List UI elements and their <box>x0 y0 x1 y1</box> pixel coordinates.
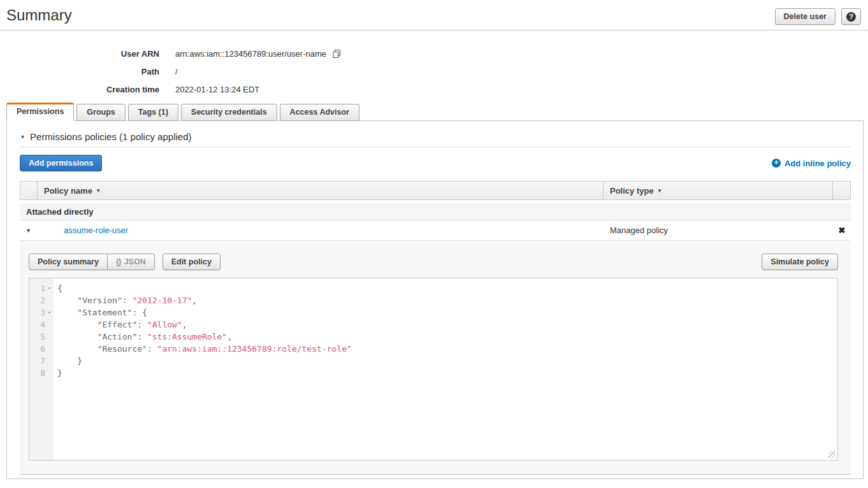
page-header: Summary Delete user ? <box>0 0 868 31</box>
json-editor-gutter: 1▾23▾45678 <box>29 278 54 460</box>
fold-spacer <box>45 343 54 355</box>
policy-table-header: Policy name ▾ Policy type ▾ <box>20 181 851 200</box>
code-line: "Effect": "Allow", <box>57 319 837 331</box>
help-button[interactable]: ? <box>841 8 861 25</box>
tab-access-advisor[interactable]: Access Advisor <box>280 104 359 121</box>
creation-time-label: Creation time <box>6 85 159 94</box>
json-editor-code[interactable]: { "Version": "2012-10-17", "Statement": … <box>54 278 837 460</box>
policy-type-column-header[interactable]: Policy type ▾ <box>603 182 832 199</box>
fold-spacer <box>45 294 54 306</box>
tab-groups[interactable]: Groups <box>76 104 125 121</box>
actions-column-header <box>832 182 850 199</box>
tab-bar: Permissions Groups Tags (1) Security cre… <box>6 104 868 121</box>
edit-policy-button[interactable]: Edit policy <box>163 254 221 270</box>
section-heading: Permissions policies (1 policy applied) <box>30 131 191 142</box>
json-policy-editor[interactable]: 1▾23▾45678 { "Version": "2012-10-17", "S… <box>29 278 838 461</box>
path-row: Path / <box>6 62 868 80</box>
permissions-policies-section-header[interactable]: ▾ Permissions policies (1 policy applied… <box>20 121 851 147</box>
user-arn-row: User ARN arn:aws:iam::123456789:user/use… <box>6 45 868 62</box>
gutter-line: 2 <box>29 294 54 306</box>
gutter-line: 1▾ <box>29 282 54 294</box>
fold-spacer <box>45 367 54 379</box>
policy-type-value: Managed policy <box>604 226 833 235</box>
help-icon: ? <box>846 12 856 22</box>
user-arn-value: arn:aws:iam::123456789:user/user-name <box>175 49 326 59</box>
tab-security-credentials[interactable]: Security credentials <box>181 104 277 121</box>
gutter-line: 3▾ <box>29 306 54 319</box>
code-line: "Action": "sts:AssumeRole", <box>57 331 837 343</box>
plus-icon: + <box>772 159 781 168</box>
gutter-line: 6 <box>29 343 54 355</box>
copy-icon[interactable] <box>332 49 342 59</box>
sort-caret-icon: ▾ <box>658 187 662 194</box>
path-label: Path <box>6 67 159 76</box>
json-view-button[interactable]: {} JSON <box>108 254 155 270</box>
row-expander-icon[interactable]: ▼ <box>20 227 37 234</box>
user-arn-label: User ARN <box>6 49 159 59</box>
delete-user-button[interactable]: Delete user <box>775 8 835 25</box>
code-line: } <box>57 355 837 367</box>
braces-icon: {} <box>116 257 121 266</box>
permissions-tab-panel: ▾ Permissions policies (1 policy applied… <box>6 120 864 479</box>
policy-name-link[interactable]: assume-role-user <box>64 226 128 235</box>
code-line: "Statement": { <box>57 306 837 319</box>
tab-tags[interactable]: Tags (1) <box>128 104 178 121</box>
user-summary-fields: User ARN arn:aws:iam::123456789:user/use… <box>6 45 868 98</box>
code-line: "Resource": "arn:aws:iam::123456789:role… <box>57 343 837 355</box>
page-title: Summary <box>6 6 775 24</box>
policy-actions-row: Add permissions + Add inline policy <box>20 155 851 171</box>
policy-summary-button[interactable]: Policy summary <box>29 254 108 270</box>
gutter-line: 7 <box>29 355 54 367</box>
gutter-line: 5 <box>29 331 54 343</box>
fold-spacer <box>45 319 54 331</box>
add-inline-policy-link[interactable]: + Add inline policy <box>772 159 851 168</box>
policy-table: Policy name ▾ Policy type ▾ Attached dir… <box>20 181 851 475</box>
fold-spacer <box>45 331 54 343</box>
detach-policy-icon[interactable]: ✖ <box>833 226 851 235</box>
policy-view-button-group: Policy summary {} JSON <box>29 254 155 270</box>
add-permissions-button[interactable]: Add permissions <box>20 155 102 171</box>
table-row: ▼ assume-role-user Managed policy ✖ <box>20 220 851 241</box>
fold-caret-icon[interactable]: ▾ <box>45 282 54 294</box>
code-line: } <box>57 367 837 379</box>
creation-time-row: Creation time 2022-01-12 13:24 EDT <box>6 80 868 98</box>
sort-caret-icon: ▾ <box>97 187 100 194</box>
path-value: / <box>175 67 178 76</box>
gutter-line: 8 <box>29 367 54 379</box>
policy-name-column-header[interactable]: Policy name ▾ <box>38 182 603 199</box>
tab-permissions[interactable]: Permissions <box>6 103 74 121</box>
editor-resize-handle[interactable] <box>828 451 836 459</box>
policy-detail-panel: Policy summary {} JSON Edit policy Simul… <box>20 241 851 475</box>
header-buttons: Delete user ? <box>775 8 861 25</box>
simulate-policy-button[interactable]: Simulate policy <box>762 254 838 270</box>
policy-detail-toolbar: Policy summary {} JSON Edit policy Simul… <box>29 254 838 270</box>
fold-caret-icon[interactable]: ▾ <box>45 306 54 319</box>
code-line: { <box>57 282 837 294</box>
expander-column-header <box>20 182 38 199</box>
creation-time-value: 2022-01-12 13:24 EDT <box>175 85 259 94</box>
gutter-line: 4 <box>29 319 54 331</box>
attached-directly-group-row: Attached directly <box>20 203 851 220</box>
code-line: "Version": "2012-10-17", <box>57 294 837 306</box>
fold-spacer <box>45 355 54 367</box>
section-collapse-icon: ▾ <box>21 133 24 140</box>
